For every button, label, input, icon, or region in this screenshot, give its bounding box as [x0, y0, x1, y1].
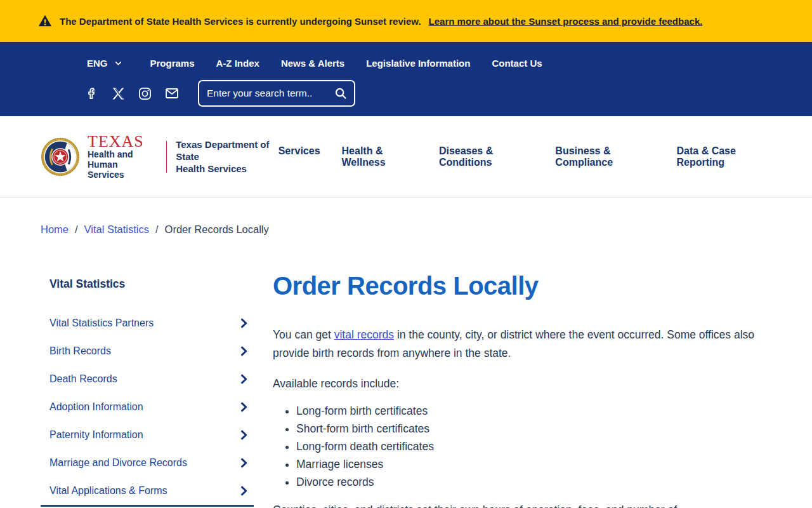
breadcrumb-separator: /: [155, 224, 159, 236]
main-content: Order Records Locally You can get vital …: [273, 266, 771, 508]
logo-sub-line2: Services: [88, 170, 155, 180]
intro-text-before: You can get: [273, 328, 334, 341]
utility-link-programs[interactable]: Programs: [150, 58, 195, 69]
list-item: Long-form birth certificates: [296, 402, 771, 420]
search-icon[interactable]: [334, 86, 348, 100]
site-header: TEXAS Health and Human Services Texas De…: [0, 116, 812, 197]
utility-link-news-alerts[interactable]: News & Alerts: [281, 58, 344, 69]
language-dropdown[interactable]: ENG: [87, 58, 122, 69]
sunset-feedback-link[interactable]: Learn more about the Sunset process and …: [429, 16, 703, 27]
list-item: Short-form birth certificates: [296, 420, 771, 438]
chevron-right-icon: [237, 317, 250, 330]
sunset-alert-banner: The Department of State Health Services …: [0, 0, 812, 42]
sidebar-item-birth-records[interactable]: Birth Records: [41, 337, 254, 365]
chevron-down-icon: [114, 59, 122, 67]
logo-divider: [166, 141, 167, 173]
nav-health-wellness[interactable]: Health & Wellness: [342, 145, 417, 168]
language-label: ENG: [87, 58, 108, 69]
sidebar-divider: [41, 505, 254, 507]
utility-link-az-index[interactable]: A-Z Index: [216, 58, 259, 69]
instagram-icon[interactable]: [137, 86, 153, 102]
partial-paragraph: Counties, cities, and districts set thei…: [273, 501, 771, 508]
sidebar-item-marriage-divorce-records[interactable]: Marriage and Divorce Records: [41, 449, 254, 477]
breadcrumb: Home / Vital Statistics / Order Records …: [41, 224, 812, 236]
warning-icon: [38, 14, 52, 28]
breadcrumb-vital-statistics[interactable]: Vital Statistics: [84, 224, 149, 236]
nav-business-compliance[interactable]: Business & Compliance: [555, 145, 655, 168]
texas-hhs-seal-icon: [41, 137, 80, 177]
list-item: Divorce records: [296, 473, 771, 491]
vital-records-link[interactable]: vital records: [334, 328, 394, 341]
nav-data-case-reporting[interactable]: Data & Case Reporting: [677, 145, 771, 168]
chevron-right-icon: [237, 373, 250, 385]
logo-texas-text: TEXAS: [88, 134, 155, 149]
main-nav: Services Health & Wellness Diseases & Co…: [278, 145, 771, 168]
list-item: Marriage licenses: [296, 455, 771, 473]
alert-text: The Department of State Health Services …: [60, 16, 421, 27]
sidebar-item-adoption-information[interactable]: Adoption Information: [41, 393, 254, 421]
x-twitter-icon[interactable]: [110, 86, 126, 102]
email-icon[interactable]: [164, 86, 180, 102]
list-item: Long-form death certificates: [296, 438, 771, 455]
search-box: [198, 80, 355, 107]
chevron-right-icon: [237, 345, 250, 358]
sidebar-item-vital-applications-forms[interactable]: Vital Applications & Forms: [41, 477, 254, 505]
nav-diseases-conditions[interactable]: Diseases & Conditions: [439, 145, 534, 168]
utility-nav: ENG Programs A-Z Index News & Alerts Leg…: [0, 44, 812, 116]
chevron-right-icon: [237, 429, 250, 441]
search-input[interactable]: [207, 88, 334, 99]
chevron-right-icon: [237, 401, 250, 413]
breadcrumb-separator: /: [75, 224, 78, 236]
nav-services[interactable]: Services: [278, 145, 320, 168]
records-list-intro: Available records include:: [273, 375, 771, 393]
chevron-right-icon: [237, 485, 250, 497]
sidebar-item-paternity-information[interactable]: Paternity Information: [41, 421, 254, 449]
intro-paragraph: You can get vital records in the county,…: [273, 326, 771, 362]
records-list: Long-form birth certificates Short-form …: [273, 402, 771, 491]
sidebar-title: Vital Statistics: [41, 277, 254, 291]
breadcrumb-home[interactable]: Home: [41, 224, 69, 236]
breadcrumb-current: Order Records Locally: [165, 224, 269, 236]
sidebar-item-death-records[interactable]: Death Records: [41, 365, 254, 393]
utility-link-contact-us[interactable]: Contact Us: [492, 58, 542, 69]
facebook-icon[interactable]: [84, 86, 100, 102]
hhs-logo[interactable]: TEXAS Health and Human Services Texas De…: [41, 134, 278, 180]
department-name: Texas Department of State Health Service…: [176, 138, 278, 175]
logo-sub-line1: Health and Human: [88, 149, 155, 170]
page-title: Order Records Locally: [273, 271, 771, 300]
chevron-right-icon: [237, 457, 250, 469]
vital-statistics-sidebar: Vital Statistics Vital Statistics Partne…: [41, 266, 254, 508]
sidebar-item-vital-statistics-partners[interactable]: Vital Statistics Partners: [41, 309, 254, 337]
utility-link-legislative-information[interactable]: Legislative Information: [366, 58, 470, 69]
